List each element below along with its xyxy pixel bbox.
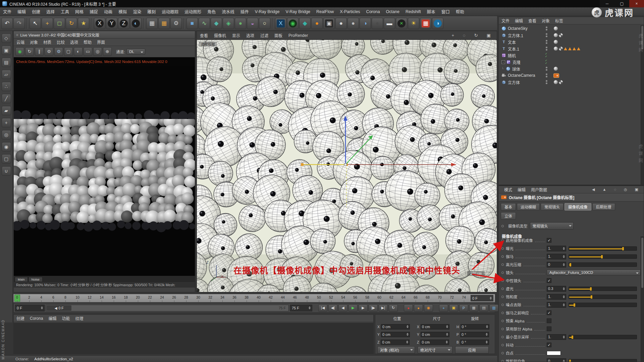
enable-camera-imager-checkbox[interactable]: ✓ <box>547 238 551 243</box>
goto-start-button[interactable]: |◀ <box>318 304 327 312</box>
object-name[interactable]: OctaneSky <box>508 26 528 31</box>
viewport-canvas[interactable]: 透视视图 Z X 在摄像机【摄像机成像】中勾选启用摄像机成像和中性镜头 100 … <box>197 40 497 292</box>
pause-icon[interactable]: ∥ <box>35 47 44 56</box>
min-display-samples-value-field[interactable]: 1. <box>547 334 566 340</box>
object-row-OctaneSky[interactable]: OctaneSky <box>499 25 641 32</box>
menubar-item[interactable]: 脚本 <box>424 7 438 16</box>
menubar-item[interactable]: RealFlow <box>313 7 337 16</box>
coord-system-icon[interactable]: ◐ <box>130 18 142 29</box>
pla-icon[interactable]: P <box>459 304 468 312</box>
object-row-OctaneCamera[interactable]: OctaneCamera <box>499 72 641 79</box>
object-name[interactable]: 随机 <box>508 53 516 58</box>
render-view-icon[interactable]: ▦ <box>146 18 158 29</box>
visibility-dots[interactable] <box>546 40 547 44</box>
live-viewer-image[interactable] <box>14 66 195 276</box>
visibility-dots[interactable] <box>546 67 547 71</box>
tab-后期处理[interactable]: 后期处理 <box>592 203 615 210</box>
attribute-scrollbar[interactable] <box>641 236 644 362</box>
white-point-swatch[interactable] <box>547 351 561 355</box>
object-row-球体[interactable]: └球体 <box>499 65 641 72</box>
range-grip[interactable]: ◀0 F <box>47 305 71 311</box>
plane-white-icon[interactable]: ▬ <box>384 18 395 29</box>
next-frame-button[interactable]: ▶ <box>359 304 368 312</box>
menubar-item[interactable]: Redshift <box>402 7 424 16</box>
sphere-half-blue-icon[interactable]: ◑ <box>360 18 371 29</box>
live-viewer-menu-item[interactable]: 选项 <box>67 39 81 45</box>
anim-dot-icon[interactable] <box>501 360 504 362</box>
anim-dot-icon[interactable] <box>501 247 504 250</box>
menubar-item[interactable]: 运动图形 <box>181 7 204 16</box>
visibility-dots[interactable] <box>546 73 547 77</box>
goto-end-button[interactable]: ▶| <box>379 304 388 312</box>
object-manager-menu-item[interactable]: 查看 <box>526 18 539 23</box>
grid-icon[interactable]: ▦ <box>469 304 478 312</box>
ball-tag-icon[interactable] <box>554 67 558 71</box>
menubar-item[interactable]: Corona <box>363 7 383 16</box>
anim-dot-icon[interactable] <box>501 288 504 290</box>
menubar-item[interactable]: 文件 <box>0 7 14 16</box>
add-simulate-icon[interactable]: ● <box>235 18 246 29</box>
menubar-item[interactable]: 动画 <box>101 7 115 16</box>
live-viewer-menu-item[interactable]: 帮助 <box>81 39 94 45</box>
tab-常规镜头[interactable]: 常规镜头 <box>541 203 564 210</box>
anim-dot-icon[interactable] <box>501 296 504 298</box>
saturate-to-white-slider[interactable] <box>569 359 637 362</box>
add-generator-icon[interactable]: ◆ <box>211 18 222 29</box>
focus-icon[interactable]: ◎ <box>621 187 630 192</box>
live-viewer-menu-item[interactable]: 云端 <box>14 39 27 45</box>
gamma-value-field[interactable]: 1. <box>547 254 566 259</box>
visibility-dots[interactable] <box>546 33 547 37</box>
collapse-icon[interactable]: − <box>501 60 505 64</box>
object-row-文本[interactable]: T文本 <box>499 39 641 45</box>
object-row-立方体[interactable]: 立方体 <box>499 79 641 85</box>
timeline-ruler[interactable]: 0246810121416182022242628303234363840424… <box>13 294 495 302</box>
menubar-item[interactable]: 角色 <box>204 7 219 16</box>
axis-z-lock-icon[interactable]: Z <box>118 18 129 29</box>
viewport-solo-icon[interactable]: ◎ <box>2 130 11 139</box>
menubar-item[interactable]: 捕捉 <box>87 7 101 16</box>
neutral-response-checkbox[interactable]: ✓ <box>547 278 551 283</box>
anim-dot-icon[interactable] <box>501 272 504 274</box>
highlight-compression-slider[interactable] <box>569 262 637 267</box>
kernel-icon[interactable]: ⚙ <box>54 47 63 56</box>
magnitude-icon[interactable]: ▣ <box>449 304 458 312</box>
octane-emitter-icon[interactable]: ● <box>311 18 323 29</box>
sphere-green-x-icon[interactable]: × <box>396 18 407 29</box>
object-name[interactable]: 克隆 <box>513 59 521 65</box>
timeline-frame-field[interactable]: 0 F <box>471 295 493 301</box>
checker-tag-icon[interactable] <box>559 47 563 51</box>
object-name[interactable]: 文本.1 <box>508 46 519 52</box>
anim-dot-icon[interactable] <box>501 280 504 282</box>
viewport-menu-item[interactable]: 选项 <box>243 33 257 38</box>
attribute-menu-item[interactable]: 模式 <box>501 187 515 192</box>
search-icon[interactable]: ◌ <box>611 187 619 192</box>
anim-dot-icon[interactable] <box>501 239 504 242</box>
keyframe-selection-icon[interactable]: + <box>439 304 448 312</box>
checker-tag-icon[interactable] <box>559 33 563 37</box>
material-menu-item[interactable]: Corona <box>27 316 46 321</box>
exposure-slider[interactable] <box>569 246 637 251</box>
visibility-dots[interactable] <box>546 26 547 31</box>
live-viewer-menu-item[interactable]: 对象 <box>27 39 41 45</box>
range-end-input[interactable]: 75 F <box>290 305 312 311</box>
axis-mode-icon[interactable]: + <box>2 118 11 127</box>
render-settings-icon[interactable]: ⚙ <box>170 18 182 29</box>
axis-y-lock-icon[interactable]: Y <box>106 18 117 29</box>
live-viewer-menu-item[interactable]: 材质 <box>41 39 54 45</box>
hot-pixel-removal-slider[interactable] <box>569 303 637 307</box>
panel-menu-icon[interactable]: ≡ <box>16 33 18 37</box>
frame-range-slider[interactable]: ◀0 F 75 F <box>46 305 289 311</box>
texture-mode-icon[interactable]: ▤ <box>2 58 11 67</box>
screen-icon[interactable]: ▥ <box>489 304 498 312</box>
ball-tag-icon[interactable] <box>554 80 558 84</box>
anim-dot-icon[interactable] <box>501 352 504 354</box>
disable-partial-alpha-checkbox[interactable] <box>547 326 551 331</box>
rotate-tool-icon[interactable]: ↻ <box>66 18 77 29</box>
object-name[interactable]: 文本 <box>508 39 516 45</box>
make-editable-icon[interactable]: ◇ <box>2 34 11 43</box>
render-region-icon[interactable]: ▭ <box>84 47 92 56</box>
nav-back-icon[interactable]: ◀ <box>589 187 597 192</box>
add-cube-icon[interactable]: ■ <box>186 18 198 29</box>
record-position-button[interactable]: ● <box>414 304 423 312</box>
size-Y-input[interactable]: 0 cm <box>421 332 449 337</box>
